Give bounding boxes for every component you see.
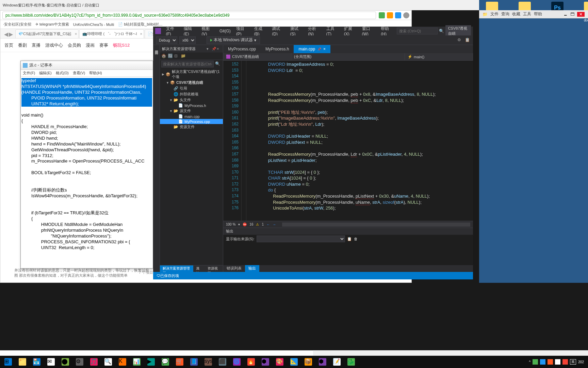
- window-max-icon[interactable]: 🗖: [570, 12, 574, 17]
- ext-icon[interactable]: [387, 12, 393, 18]
- combo-scope[interactable]: (全局范围): [291, 53, 405, 60]
- nav-back-icon[interactable]: ←: [266, 223, 270, 226]
- ime-indicator[interactable]: 英: [570, 359, 576, 365]
- combo-project[interactable]: 🟪 CSV87透视自瞄: [223, 53, 291, 60]
- tab-forward-icon[interactable]: ▶: [9, 31, 13, 37]
- tray-icon[interactable]: [548, 359, 553, 365]
- tab-resource-view[interactable]: 资源视图: [205, 265, 223, 272]
- tree-node[interactable]: ▼📂 头文件: [160, 97, 223, 103]
- tree-node[interactable]: ▼📂 源文件: [160, 108, 223, 114]
- tab-solution-explorer[interactable]: 解决方案资源管理器: [160, 265, 193, 272]
- horizontal-scrollbar[interactable]: [282, 223, 470, 227]
- dropdown-icon[interactable]: ▾: [207, 47, 211, 51]
- code-editor[interactable]: 1521531541551561571581591601611621631641…: [223, 61, 473, 221]
- collapse-icon[interactable]: ⊟: [174, 53, 180, 59]
- taskbar-item[interactable]: 📊: [130, 356, 144, 367]
- nav-item[interactable]: 漫画: [86, 42, 95, 48]
- tab-close-icon[interactable]: ×: [75, 32, 77, 36]
- menu-help[interactable]: 帮助(H): [89, 71, 102, 76]
- notepad-content[interactable]: typedefNTSTATUS(WINAPI *pfnNtWow64QueryI…: [21, 77, 153, 252]
- toolbar-icon[interactable]: 📋: [347, 237, 352, 241]
- refresh-icon[interactable]: 🔄: [168, 53, 173, 59]
- toolbar-icon[interactable]: 📋: [465, 37, 470, 43]
- bookmark-item[interactable]: UnKnoWnCheaTs - Multi: [73, 22, 114, 27]
- taskbar-item[interactable]: 🔍: [101, 356, 115, 367]
- tab-close-icon[interactable]: ×: [140, 32, 142, 36]
- nav-item[interactable]: 游戏中心: [45, 42, 63, 48]
- taskbar-item[interactable]: ⬤: [59, 356, 72, 367]
- tree-node[interactable]: 📄 MyProcess.h: [160, 103, 223, 108]
- nav-forward-icon[interactable]: →: [273, 223, 276, 226]
- url-input[interactable]: [2, 12, 376, 19]
- taskbar-item[interactable]: 🛒: [173, 356, 186, 367]
- tray-up-icon[interactable]: ^: [529, 360, 531, 364]
- taskbar-item[interactable]: 💬: [159, 356, 172, 367]
- taskbar-item[interactable]: ▶: [144, 356, 158, 367]
- pin-icon[interactable]: 📌: [212, 47, 216, 51]
- avatar-icon[interactable]: [403, 12, 409, 18]
- code-text[interactable]: DWORD ImageBaseAddress = 0; DWORD Ldr = …: [246, 61, 473, 221]
- taskbar-item[interactable]: ⬛: [216, 356, 229, 367]
- output-source-select[interactable]: [257, 235, 345, 242]
- bookmark-item[interactable]: 📄 b站封面提取_bilibil封…: [118, 22, 163, 27]
- notepad-titlebar[interactable]: 源.c - 记事本: [21, 61, 153, 70]
- nav-item[interactable]: 会员购: [68, 42, 81, 48]
- file-tab[interactable]: MyProcess.cpp: [223, 45, 261, 53]
- tray-icon[interactable]: [562, 359, 568, 365]
- toolbar-icon[interactable]: 🗑: [354, 237, 358, 241]
- menu-edit[interactable]: 编辑(E): [39, 71, 52, 76]
- nav-badge[interactable]: 畅玩S12: [113, 42, 130, 48]
- tree-node[interactable]: 📄 main.cpp: [160, 114, 223, 119]
- solution-root[interactable]: ▶📦 解决方案"CSV87透视自瞄"(1 个项: [160, 69, 223, 80]
- taskbar-item[interactable]: K: [116, 356, 129, 367]
- run-debugger-button[interactable]: 本地 Windows 调试器 ▾: [207, 36, 260, 44]
- zoom-level[interactable]: 100 %: [226, 223, 235, 226]
- config-select[interactable]: Debug: [156, 36, 177, 44]
- tab-item[interactable]: 📺 哔哩哔哩 ( ゜- ゜)つロ 干杯~-l×: [79, 29, 144, 38]
- tree-node[interactable]: 📄 MyProcess.cpp: [160, 119, 223, 124]
- tree-node[interactable]: 🌐 外部依赖项: [160, 91, 223, 97]
- taskbar-item[interactable]: 🐉: [344, 356, 358, 367]
- breakpoint-margin[interactable]: [242, 61, 246, 221]
- nav-item[interactable]: 赛事: [99, 42, 108, 48]
- menu-file[interactable]: 文件: [490, 11, 499, 17]
- clock[interactable]: 202: [578, 360, 584, 364]
- combo-function[interactable]: ⚡ main(): [405, 53, 473, 60]
- tab-item[interactable]: 💎 CS起源v87完整版下载_CS起×: [15, 29, 79, 38]
- platform-select[interactable]: x86: [179, 36, 196, 44]
- nav-home[interactable]: 首页: [4, 42, 13, 48]
- taskbar-item[interactable]: 📘: [187, 356, 201, 367]
- taskbar-item[interactable]: ✉: [44, 356, 58, 367]
- toolbar-icon[interactable]: ⚙: [457, 37, 463, 43]
- window-min-icon[interactable]: 🗕: [564, 12, 568, 17]
- menu-query[interactable]: 查询: [501, 11, 509, 17]
- taskbar-item[interactable]: ⚙: [73, 356, 86, 367]
- taskbar-item[interactable]: 🌀: [230, 356, 244, 367]
- tray-icon[interactable]: [533, 359, 538, 365]
- vs-search-input[interactable]: [397, 28, 438, 34]
- taskbar-item[interactable]: 🎨: [273, 356, 287, 367]
- taskbar-item[interactable]: 📦: [301, 356, 315, 367]
- taskbar-item[interactable]: 📝: [330, 356, 344, 367]
- ext-icon[interactable]: [395, 12, 401, 18]
- tree-node[interactable]: 🔗 引用: [160, 86, 223, 91]
- tab-back-icon[interactable]: ◀: [4, 31, 8, 37]
- bookmark-item[interactable]: ·安全社区|安全招: [3, 22, 31, 27]
- error-icon[interactable]: ⛔: [243, 223, 247, 226]
- search-icon[interactable]: 🔍: [214, 61, 222, 67]
- menu-tools[interactable]: 工具: [523, 11, 531, 17]
- vs-sidetab[interactable]: 服务器资源管理器 工具箱: [153, 45, 160, 272]
- menu-format[interactable]: 格式(O): [56, 71, 69, 76]
- taskbar-item[interactable]: sys: [201, 356, 215, 367]
- taskbar-item[interactable]: 📐: [287, 356, 301, 367]
- start-button[interactable]: ⊞: [1, 356, 15, 367]
- close-icon[interactable]: ×: [217, 47, 221, 51]
- window-close-icon[interactable]: ✕: [577, 12, 585, 17]
- taskbar-item[interactable]: 🔥: [244, 356, 258, 367]
- search-icon[interactable]: 🔍: [439, 29, 444, 33]
- nav-item[interactable]: 直播: [32, 42, 40, 48]
- home-icon[interactable]: 🏠: [161, 53, 167, 59]
- tree-node[interactable]: ▼📦 CSV87透视自瞄: [160, 80, 223, 86]
- menu-file[interactable]: 文件(F): [23, 71, 35, 76]
- show-all-icon[interactable]: 📁: [181, 53, 186, 59]
